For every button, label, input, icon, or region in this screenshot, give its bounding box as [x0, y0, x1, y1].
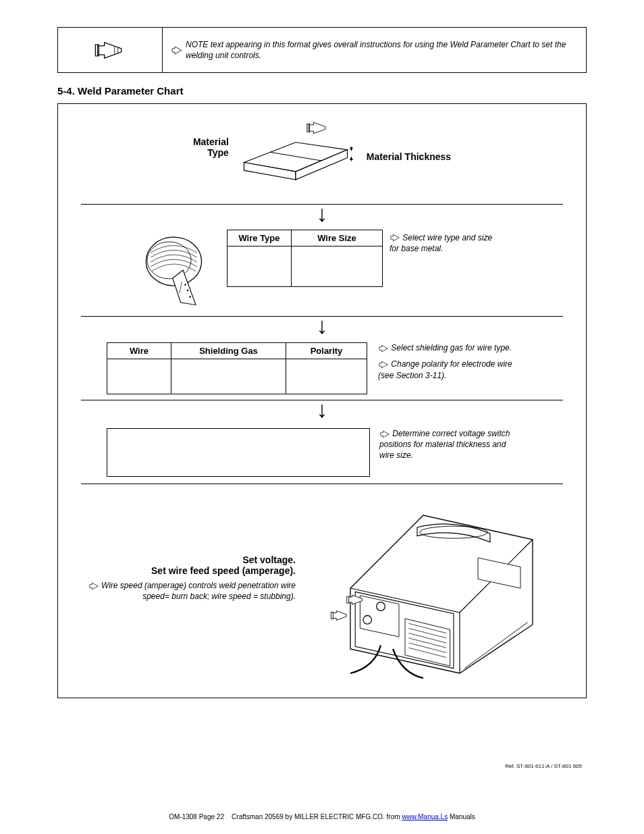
note-paragraph: NOTE text appearing in this format gives… [186, 39, 578, 61]
arrow-down-icon: ↓ [73, 203, 571, 224]
arrow-down-icon: ↓ [73, 315, 571, 336]
gas-step: Wire Shielding Gas Polarity Select shiel… [107, 342, 571, 394]
wire-note: Select wire type and size for base metal… [390, 230, 498, 254]
label-placeholder [107, 428, 370, 477]
svg-point-16 [187, 289, 189, 291]
wire-step: Wire Type Wire Size Select wire type and… [139, 230, 571, 311]
note-row: NOTE text appearing in this format gives… [57, 27, 587, 73]
svg-rect-36 [331, 612, 333, 619]
table-header: Wire Type [227, 230, 292, 246]
svg-point-15 [184, 284, 186, 286]
table-header: Wire [107, 343, 171, 359]
pointing-hand-icon [171, 46, 183, 55]
svg-point-34 [363, 615, 372, 624]
select-note: Determine correct voltage switch positio… [379, 428, 514, 461]
svg-rect-3 [307, 124, 310, 132]
pointing-hand-icon [379, 430, 390, 438]
note-text: NOTE text appearing in this format gives… [162, 27, 587, 73]
svg-point-17 [189, 296, 191, 298]
note-icon-box [57, 27, 162, 73]
select-step: Determine correct voltage switch positio… [107, 428, 571, 477]
reference-code: Ref. ST-801 611-A / ST-801 605 [505, 763, 582, 769]
svg-rect-35 [347, 596, 349, 603]
svg-marker-11 [350, 157, 353, 160]
material-type-label: Material Type [193, 116, 229, 158]
material-thickness-label: Material Thickness [363, 116, 451, 162]
gas-notes: Select shielding gas for wire type. Chan… [378, 342, 513, 381]
plate-illustration [238, 116, 353, 197]
pointing-hand-icon [378, 361, 389, 369]
pointing-hand-icon [88, 582, 99, 590]
material-step: Material Type [73, 116, 571, 197]
gas-table: Wire Shielding Gas Polarity [107, 342, 367, 394]
pointing-hand-icon [378, 344, 389, 353]
svg-rect-0 [95, 45, 99, 56]
section-heading: 5-4. Weld Parameter Chart [57, 85, 587, 97]
parameter-chart-box: Material Type [57, 103, 587, 698]
svg-point-33 [377, 602, 385, 610]
table-header: Shielding Gas [171, 343, 286, 359]
table-cell [107, 359, 171, 394]
welder-machine-illustration [308, 494, 551, 683]
table-header: Polarity [286, 343, 367, 359]
table-cell [286, 359, 367, 394]
page-footer: OM-1308 Page 22 Craftsman 20569 by MILLE… [0, 813, 644, 820]
footer-link[interactable]: www.Manua.Ls [402, 813, 448, 820]
pointing-hand-icon [93, 38, 127, 62]
wire-spool-illustration [139, 230, 220, 311]
svg-marker-9 [350, 147, 353, 151]
arrow-down-icon: ↓ [73, 399, 571, 420]
machine-step: Set voltage. Set wire feed speed (ampera… [73, 494, 571, 683]
table-header: Wire Size [292, 230, 383, 246]
pointing-hand-icon [390, 234, 400, 242]
table-cell [171, 359, 286, 394]
table-cell [292, 246, 383, 286]
machine-instructions: Set voltage. Set wire feed speed (ampera… [73, 494, 296, 602]
wire-table: Wire Type Wire Size [227, 230, 383, 287]
table-cell [227, 246, 292, 286]
